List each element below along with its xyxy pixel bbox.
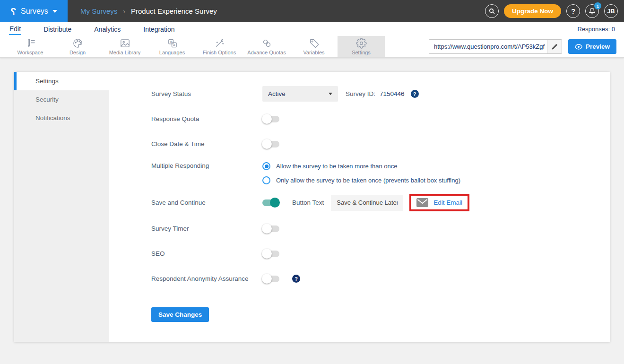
seo-row: SEO <box>151 246 610 261</box>
edit-email-button[interactable]: Edit Email <box>416 198 462 207</box>
toolbar-tab-workspace[interactable]: Workspace <box>7 36 54 57</box>
button-text-label: Button Text <box>292 199 324 206</box>
seo-label: SEO <box>151 250 262 257</box>
annotation-highlight-box: Edit Email <box>409 194 469 211</box>
responses-count: Responses: 0 <box>578 26 615 33</box>
save-continue-label: Save and Continue <box>151 199 262 206</box>
sidebar-item-settings[interactable]: Settings <box>14 72 109 90</box>
radio-only-once[interactable]: Only allow the survey to be taken once (… <box>262 176 460 184</box>
chevron-down-icon <box>52 10 57 13</box>
button-text-input[interactable] <box>331 195 403 211</box>
settings-gear-icon <box>356 38 367 49</box>
breadcrumb-my-surveys[interactable]: My Surveys <box>80 7 117 15</box>
response-quota-label: Response Quota <box>151 115 262 122</box>
section-divider <box>151 299 566 299</box>
survey-timer-label: Survey Timer <box>151 225 262 232</box>
svg-text:★: ★ <box>169 40 172 44</box>
anonymity-row: Respondent Anonymity Assurance ? <box>151 271 610 286</box>
toolbar-tab-settings[interactable]: Settings <box>338 36 385 57</box>
response-quota-row: Response Quota <box>151 111 610 127</box>
save-changes-button[interactable]: Save Changes <box>151 307 209 322</box>
edit-toolbar: Workspace Design Media Library ★ A Langu… <box>0 36 624 58</box>
workspace-icon <box>25 38 36 49</box>
toolbar-tab-media-library[interactable]: Media Library <box>101 36 148 57</box>
upgrade-now-button[interactable]: Upgrade Now <box>504 4 561 18</box>
survey-timer-toggle[interactable] <box>262 225 279 232</box>
search-button[interactable] <box>485 4 499 18</box>
preview-button[interactable]: Preview <box>568 39 616 54</box>
email-envelope-icon <box>416 198 428 207</box>
chevron-down-icon <box>329 93 332 95</box>
anonymity-label: Respondent Anonymity Assurance <box>151 275 262 282</box>
tab-distribute[interactable]: Distribute <box>43 24 72 35</box>
close-date-toggle[interactable] <box>262 141 279 147</box>
save-continue-row: Save and Continue Button Text Edit Email <box>151 194 610 211</box>
survey-status-row: Survey Status Active Survey ID: 7150446 … <box>151 86 610 102</box>
settings-panel: Survey Status Active Survey ID: 7150446 … <box>109 72 610 342</box>
breadcrumb-separator: › <box>123 8 125 15</box>
survey-status-select[interactable]: Active <box>262 86 338 102</box>
breadcrumb-survey-title: Product Experience Survey <box>131 7 217 15</box>
survey-url-input[interactable] <box>429 43 547 50</box>
toolbar-tab-variables[interactable]: Variables <box>290 36 338 57</box>
anonymity-toggle[interactable] <box>262 276 279 282</box>
page-content: Settings Security Notifications Survey S… <box>0 58 624 342</box>
survey-id-value: 7150446 <box>380 90 405 97</box>
radio-allow-multiple[interactable]: Allow the survey to be taken more than o… <box>262 162 460 170</box>
response-quota-toggle[interactable] <box>262 116 279 122</box>
svg-text:A: A <box>173 43 175 47</box>
notifications-button[interactable]: 1 <box>585 4 599 18</box>
question-mark-icon: ? <box>571 7 575 15</box>
questionpro-logo-icon: ? <box>10 6 17 16</box>
survey-id-label: Survey ID: <box>346 90 375 97</box>
pencil-icon <box>551 43 558 50</box>
close-date-label: Close Date & Time <box>151 140 262 147</box>
survey-url-box <box>429 39 562 54</box>
top-header: ? Surveys My Surveys › Product Experienc… <box>0 0 624 22</box>
survey-status-label: Survey Status <box>151 90 262 97</box>
multiple-responding-label: Multiple Responding <box>151 161 262 169</box>
search-icon <box>488 8 495 15</box>
surveys-product-menu[interactable]: ? Surveys <box>0 0 68 22</box>
multiple-responding-options: Allow the survey to be taken more than o… <box>262 161 460 184</box>
languages-icon: ★ A <box>167 38 178 49</box>
toolbar-tab-languages[interactable]: ★ A Languages <box>148 36 196 57</box>
tab-integration[interactable]: Integration <box>143 24 175 35</box>
toolbar-tab-advance-quotas[interactable]: Advance Quotas <box>243 36 290 57</box>
breadcrumb: My Surveys › Product Experience Survey <box>80 7 217 15</box>
anonymity-help-icon[interactable]: ? <box>292 275 300 283</box>
product-name: Surveys <box>21 7 48 16</box>
settings-sidebar: Settings Security Notifications <box>14 72 109 342</box>
tab-analytics[interactable]: Analytics <box>94 24 121 35</box>
radio-selected-icon <box>262 162 270 170</box>
design-palette-icon <box>72 38 83 49</box>
media-library-icon <box>120 38 130 49</box>
radio-unselected-icon <box>262 176 270 184</box>
survey-timer-row: Survey Timer <box>151 221 610 236</box>
sidebar-item-security[interactable]: Security <box>14 90 109 109</box>
close-date-row: Close Date & Time <box>151 136 610 152</box>
bell-icon <box>589 8 596 15</box>
settings-card: Settings Security Notifications Survey S… <box>14 72 610 342</box>
multiple-responding-row: Multiple Responding Allow the survey to … <box>151 161 610 184</box>
toolbar-tab-design[interactable]: Design <box>54 36 101 57</box>
survey-id-group: Survey ID: 7150446 <box>346 90 405 97</box>
variables-icon <box>309 38 320 49</box>
user-avatar[interactable]: JB <box>604 4 618 18</box>
edit-url-button[interactable] <box>547 40 562 53</box>
notification-count-badge: 1 <box>594 2 601 9</box>
eye-icon <box>575 43 582 51</box>
advance-quotas-icon <box>261 38 272 49</box>
help-button[interactable]: ? <box>566 4 580 18</box>
header-actions: Upgrade Now ? 1 JB <box>485 4 618 18</box>
finish-options-icon <box>214 38 225 49</box>
seo-toggle[interactable] <box>262 251 279 257</box>
toolbar-tab-finish-options[interactable]: Finish Options <box>196 36 243 57</box>
tab-edit[interactable]: Edit <box>9 24 21 35</box>
survey-id-help-icon[interactable]: ? <box>411 90 419 98</box>
sidebar-item-notifications[interactable]: Notifications <box>14 109 109 127</box>
avatar-initials: JB <box>607 8 615 15</box>
survey-nav-tabs: Edit Distribute Analytics Integration Re… <box>0 22 624 36</box>
save-continue-toggle[interactable] <box>262 199 279 206</box>
